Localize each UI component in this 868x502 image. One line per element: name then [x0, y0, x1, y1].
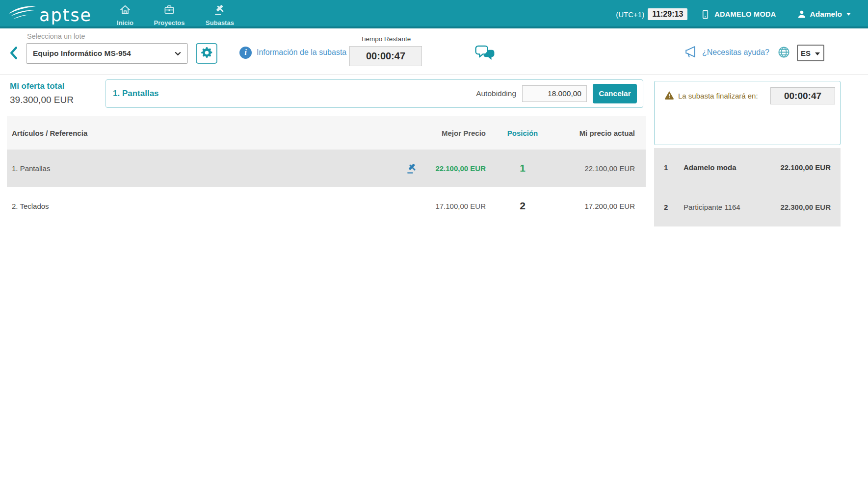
warning-triangle-icon: [664, 90, 674, 102]
nav-item-proyectos[interactable]: Proyectos: [145, 4, 194, 26]
col-header-item: Artículos / Referencia: [7, 129, 395, 137]
chat-bubbles-icon: [474, 53, 496, 62]
language-select[interactable]: ES: [797, 45, 824, 61]
company-name: ADAMELO MODA: [714, 10, 776, 18]
total-bid-value: 39.300,00 EUR: [10, 95, 74, 105]
items-table: Artículos / Referencia Mejor Precio Posi…: [7, 116, 646, 225]
nav-label: Subastas: [206, 19, 234, 26]
help-label: ¿Necesitas ayuda?: [702, 48, 769, 57]
auction-end-label: La subasta finalizará en:: [678, 92, 758, 100]
list-item: 1 Adamelo moda 22.100,00 EUR: [654, 148, 841, 187]
best-price: 17.100,00 EUR: [429, 202, 486, 210]
auction-info-link[interactable]: i Información de la subasta: [239, 30, 346, 75]
time-remaining-value: 00:00:47: [349, 46, 422, 66]
participant-name: Participante 1164: [684, 203, 780, 211]
header-clock: 11:29:13: [648, 8, 687, 20]
auction-page: aptse Inicio Proyectos: [0, 0, 868, 502]
timezone-label: (UTC+1): [616, 10, 644, 19]
auction-toolbar: Selecciona un lote Equipo Informático MS…: [0, 30, 868, 75]
time-remaining-label: Tiempo Restante: [343, 35, 428, 43]
globe-icon: [777, 46, 790, 61]
lot-settings-button[interactable]: [196, 43, 217, 64]
megaphone-icon: [684, 45, 697, 60]
back-button[interactable]: [10, 47, 17, 61]
rank-number: 1: [664, 163, 684, 172]
item-name: 1. Pantallas: [7, 164, 395, 173]
position-value: 2: [486, 200, 559, 212]
lot-select[interactable]: Equipo Informático MS-954: [26, 43, 188, 64]
nav-label: Proyectos: [154, 19, 185, 26]
participant-name: Adamelo moda: [684, 163, 780, 172]
person-icon: [797, 9, 807, 19]
top-header: aptse Inicio Proyectos: [0, 0, 868, 28]
rank-number: 2: [664, 203, 684, 211]
chevron-down-icon: [175, 51, 181, 56]
participant-price: 22.100,00 EUR: [780, 163, 831, 172]
auction-info-label: Información de la subasta: [257, 48, 346, 57]
position-value: 1: [486, 162, 559, 174]
autobidding-label: Autobidding: [476, 89, 516, 98]
table-row[interactable]: 1. Pantallas 22.100,00 EUR 1 22.100,00 E…: [7, 150, 646, 187]
cancel-autobidding-button[interactable]: Cancelar: [593, 84, 637, 103]
building-icon: [700, 9, 710, 20]
briefcase-icon: [163, 4, 175, 18]
gear-icon: [200, 46, 213, 61]
item-name: 2. Teclados: [7, 202, 395, 210]
chat-button[interactable]: [474, 45, 496, 62]
time-remaining-group: Tiempo Restante 00:00:47: [343, 35, 428, 66]
participant-price: 22.300,00 EUR: [780, 203, 831, 211]
auction-end-panel: La subasta finalizará en: 00:00:47: [654, 81, 841, 145]
total-bid-label: Mi oferta total: [10, 81, 64, 91]
selected-lot-panel: 1. Pantallas Autobidding Cancelar: [105, 79, 643, 108]
table-header-row: Artículos / Referencia Mejor Precio Posi…: [7, 116, 646, 150]
logo-wordmark: aptse: [39, 7, 92, 24]
header-right-cluster: (UTC+1) 11:29:13 ADAMELO MODA Adamelo: [616, 0, 851, 28]
auction-end-timer: 00:00:47: [770, 87, 835, 104]
language-value: ES: [801, 49, 811, 57]
table-row[interactable]: 2. Teclados 17.100,00 EUR 2 17.200,00 EU…: [7, 187, 646, 225]
home-icon: [119, 4, 131, 18]
col-header-position: Posición: [486, 129, 559, 137]
my-price: 17.200,00 EUR: [559, 202, 646, 210]
my-price: 22.100,00 EUR: [559, 164, 646, 173]
auction-end-row: La subasta finalizará en: 00:00:47: [655, 81, 840, 104]
lot-title: 1. Pantallas: [113, 89, 159, 99]
nav-item-subastas[interactable]: Subastas: [195, 4, 244, 26]
list-item: 2 Participante 1164 22.300,00 EUR: [654, 187, 841, 226]
lot-select-value: Equipo Informático MS-954: [33, 49, 131, 58]
nav-item-inicio[interactable]: Inicio: [101, 4, 150, 26]
help-link[interactable]: ¿Necesitas ayuda?: [684, 30, 769, 75]
gavel-icon: [395, 163, 429, 174]
chevron-down-icon: [815, 49, 820, 57]
col-header-best-price: Mejor Precio: [429, 129, 486, 137]
gavel-icon: [214, 4, 226, 18]
col-header-my-price: Mi precio actual: [559, 129, 646, 137]
lot-select-label: Selecciona un lote: [27, 32, 85, 40]
caret-down-icon[interactable]: [846, 12, 851, 16]
best-price: 22.100,00 EUR: [429, 164, 486, 173]
ranking-panel: 1 Adamelo moda 22.100,00 EUR 2 Participa…: [654, 148, 841, 226]
swoosh-logo-icon: [8, 4, 36, 26]
info-icon: i: [239, 47, 252, 59]
nav-label: Inicio: [117, 19, 133, 26]
autobidding-input[interactable]: [522, 85, 587, 102]
user-menu[interactable]: Adamelo: [810, 10, 842, 19]
app-logo[interactable]: aptse: [8, 4, 92, 26]
